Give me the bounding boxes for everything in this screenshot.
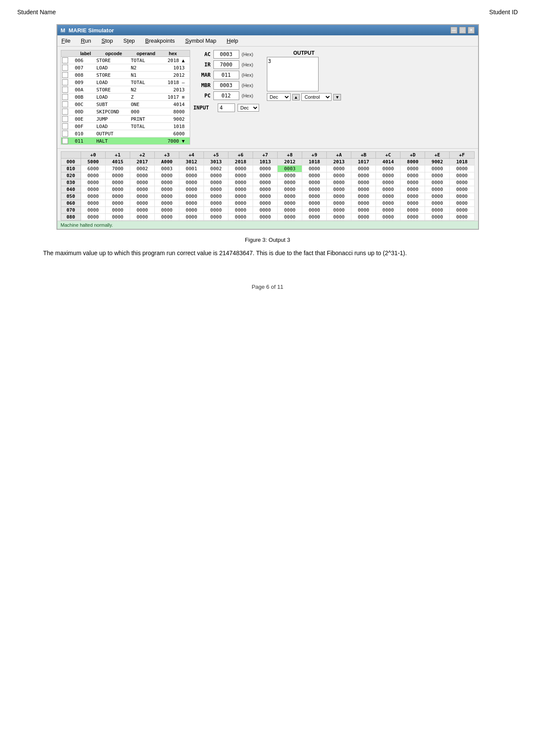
mem-cell-070-1[interactable]: 0000	[105, 207, 130, 214]
mem-cell-080-9[interactable]: 0000	[302, 214, 327, 221]
mem-cell-080-6[interactable]: 0000	[228, 214, 253, 221]
checkbox-00d[interactable]	[62, 109, 68, 115]
mem-cell-030-8[interactable]: 0000	[278, 179, 302, 186]
mem-cell-010-6[interactable]: 0000	[228, 166, 253, 172]
mem-cell-010-3[interactable]: 0003	[154, 166, 179, 172]
mem-cell-070-5[interactable]: 0000	[204, 207, 228, 214]
mem-cell-000-11[interactable]: 1017	[351, 159, 376, 166]
mem-cell-060-10[interactable]: 0000	[327, 200, 351, 207]
checkbox-008[interactable]	[62, 72, 68, 78]
mem-cell-080-13[interactable]: 0000	[400, 214, 425, 221]
mem-cell-080-3[interactable]: 0000	[154, 214, 179, 221]
control-dropdown[interactable]: Control	[301, 93, 332, 101]
mem-cell-060-8[interactable]: 0000	[278, 200, 302, 207]
mem-cell-080-15[interactable]: 0000	[450, 214, 474, 221]
mem-cell-010-0[interactable]: 6000	[81, 166, 105, 172]
checkbox-006[interactable]	[62, 57, 68, 63]
mem-cell-030-4[interactable]: 0000	[179, 179, 204, 186]
checkbox-007[interactable]	[62, 65, 68, 71]
mem-cell-030-2[interactable]: 0000	[130, 179, 154, 186]
mem-cell-060-11[interactable]: 0000	[351, 200, 376, 207]
mem-cell-010-9[interactable]: 0000	[302, 166, 327, 172]
mem-cell-050-9[interactable]: 0000	[302, 193, 327, 200]
mem-cell-070-4[interactable]: 0000	[179, 207, 204, 214]
mem-cell-010-12[interactable]: 0000	[376, 166, 400, 172]
mem-cell-020-12[interactable]: 0000	[376, 172, 400, 179]
mem-cell-020-7[interactable]: 0000	[253, 172, 278, 179]
mem-cell-030-1[interactable]: 0000	[105, 179, 130, 186]
mem-cell-010-10[interactable]: 0000	[327, 166, 351, 172]
mem-cell-070-15[interactable]: 0000	[450, 207, 474, 214]
mem-cell-020-1[interactable]: 0000	[105, 172, 130, 179]
mem-cell-070-13[interactable]: 0000	[400, 207, 425, 214]
mem-cell-050-2[interactable]: 0000	[130, 193, 154, 200]
mem-cell-070-8[interactable]: 0000	[278, 207, 302, 214]
mem-cell-070-2[interactable]: 0000	[130, 207, 154, 214]
checkbox-00c[interactable]	[62, 101, 68, 107]
mem-cell-000-7[interactable]: 1013	[253, 159, 278, 166]
mem-cell-060-15[interactable]: 0000	[450, 200, 474, 207]
mem-cell-070-0[interactable]: 0000	[81, 207, 105, 214]
mem-cell-040-4[interactable]: 0000	[179, 186, 204, 193]
mem-cell-030-11[interactable]: 0000	[351, 179, 376, 186]
mem-cell-030-13[interactable]: 0000	[400, 179, 425, 186]
mem-cell-080-7[interactable]: 0000	[253, 214, 278, 221]
checkbox-010[interactable]	[62, 131, 68, 137]
mem-cell-010-1[interactable]: 7000	[105, 166, 130, 172]
mem-cell-040-11[interactable]: 0000	[351, 186, 376, 193]
mem-cell-000-3[interactable]: A000	[154, 159, 179, 166]
mem-cell-000-4[interactable]: 3012	[179, 159, 204, 166]
mem-cell-050-11[interactable]: 0000	[351, 193, 376, 200]
mem-cell-030-0[interactable]: 0000	[81, 179, 105, 186]
mem-cell-050-6[interactable]: 0000	[228, 193, 253, 200]
mem-cell-000-15[interactable]: 1018	[450, 159, 474, 166]
mem-cell-050-4[interactable]: 0000	[179, 193, 204, 200]
mem-cell-040-3[interactable]: 0000	[154, 186, 179, 193]
mem-cell-020-14[interactable]: 0000	[425, 172, 450, 179]
mem-cell-060-14[interactable]: 0000	[425, 200, 450, 207]
mem-cell-020-10[interactable]: 0000	[327, 172, 351, 179]
mem-cell-000-1[interactable]: 4015	[105, 159, 130, 166]
input-value[interactable]: 4	[218, 103, 235, 112]
mem-cell-040-8[interactable]: 0000	[278, 186, 302, 193]
mem-cell-060-1[interactable]: 0000	[105, 200, 130, 207]
mem-cell-070-7[interactable]: 0000	[253, 207, 278, 214]
mem-cell-040-9[interactable]: 0000	[302, 186, 327, 193]
mem-cell-030-12[interactable]: 0000	[376, 179, 400, 186]
mem-cell-040-2[interactable]: 0000	[130, 186, 154, 193]
mem-cell-030-9[interactable]: 0000	[302, 179, 327, 186]
mem-cell-030-10[interactable]: 0000	[327, 179, 351, 186]
mem-cell-000-10[interactable]: 2013	[327, 159, 351, 166]
mem-cell-060-3[interactable]: 0000	[154, 200, 179, 207]
mem-cell-020-13[interactable]: 0000	[400, 172, 425, 179]
mem-cell-030-5[interactable]: 0000	[204, 179, 228, 186]
input-type-dropdown[interactable]: Dec Hex	[238, 104, 259, 112]
mem-cell-050-10[interactable]: 0000	[327, 193, 351, 200]
mem-cell-020-9[interactable]: 0000	[302, 172, 327, 179]
mem-cell-030-7[interactable]: 0000	[253, 179, 278, 186]
checkbox-00b[interactable]	[62, 94, 68, 100]
mem-cell-070-12[interactable]: 0000	[376, 207, 400, 214]
mem-cell-060-0[interactable]: 0000	[81, 200, 105, 207]
mem-cell-060-7[interactable]: 0000	[253, 200, 278, 207]
mem-cell-000-12[interactable]: 4014	[376, 159, 400, 166]
mem-cell-040-13[interactable]: 0000	[400, 186, 425, 193]
mem-cell-080-2[interactable]: 0000	[130, 214, 154, 221]
mem-cell-080-14[interactable]: 0000	[425, 214, 450, 221]
mem-cell-000-14[interactable]: 9002	[425, 159, 450, 166]
mem-cell-020-4[interactable]: 0000	[179, 172, 204, 179]
mem-cell-050-14[interactable]: 0000	[425, 193, 450, 200]
mem-cell-010-14[interactable]: 0000	[425, 166, 450, 172]
mem-cell-040-6[interactable]: 0000	[228, 186, 253, 193]
mem-cell-020-15[interactable]: 0000	[450, 172, 474, 179]
mem-cell-050-7[interactable]: 0000	[253, 193, 278, 200]
menu-step[interactable]: Step	[122, 37, 137, 45]
mem-cell-040-1[interactable]: 0000	[105, 186, 130, 193]
mem-cell-050-5[interactable]: 0000	[204, 193, 228, 200]
mem-cell-000-6[interactable]: 2018	[228, 159, 253, 166]
mem-cell-080-10[interactable]: 0000	[327, 214, 351, 221]
mem-cell-010-11[interactable]: 0000	[351, 166, 376, 172]
close-button[interactable]: ✕	[468, 27, 475, 34]
mem-cell-040-7[interactable]: 0000	[253, 186, 278, 193]
menu-run[interactable]: Run	[79, 37, 93, 45]
